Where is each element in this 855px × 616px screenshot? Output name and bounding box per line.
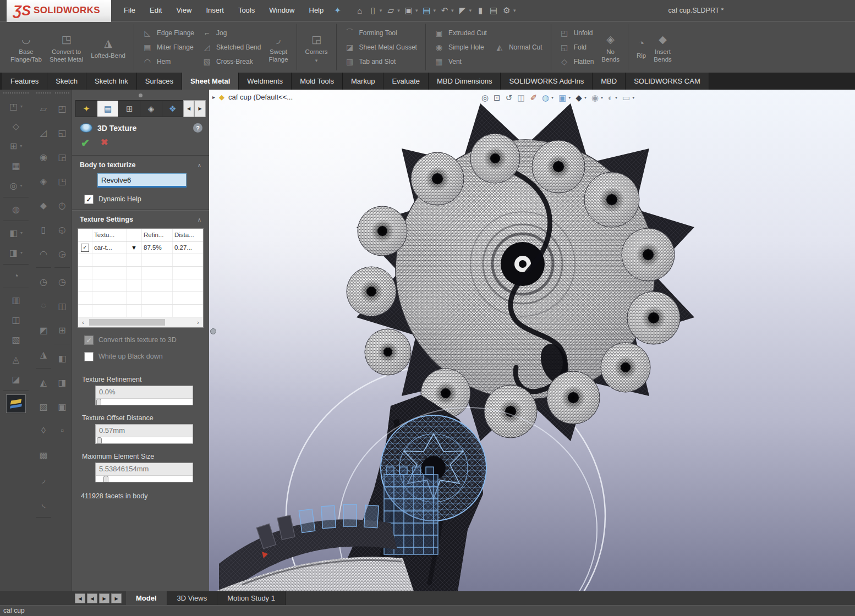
tool-icon[interactable]: ⊞▾ [0, 136, 32, 156]
dropdown-caret-icon[interactable]: ▾ [632, 95, 634, 100]
previous-view-icon[interactable]: ↺ [506, 94, 513, 102]
tool-icon[interactable]: ▧ [0, 329, 32, 349]
graphics-viewport[interactable]: ▸ ◆ caf cup (Default<<... ◎⊡↺◫✐◍▾▣▾◆▾◉▾◐… [209, 90, 855, 591]
table-h-scrollbar[interactable]: ‹› [78, 317, 203, 327]
tab-sketch[interactable]: Sketch [47, 73, 86, 90]
dropdown-caret-icon[interactable]: ▾ [513, 8, 516, 13]
checkbox-unchecked-icon[interactable] [84, 352, 94, 361]
tool-icon[interactable]: ◉ [34, 145, 53, 169]
simple-hole-button[interactable]: ◉Simple Hole [434, 41, 487, 53]
feature-manager-tab[interactable]: ✦ [75, 100, 97, 117]
color-swatch-icon[interactable]: ▼ [131, 244, 137, 251]
tab-evaluate[interactable]: Evaluate [383, 73, 429, 90]
forming-tool-button[interactable]: ⌒Forming Tool [345, 27, 417, 38]
flatten-button[interactable]: ◇Flatten [560, 56, 594, 67]
configuration-manager-tab[interactable]: ⊞ [118, 100, 140, 117]
dropdown-caret-icon[interactable]: ▾ [380, 8, 382, 13]
corners-button[interactable]: ◲Corners▾ [302, 30, 332, 65]
hide-show-icon[interactable]: ◉ [591, 94, 599, 102]
sheet-nav-prev-icon[interactable]: ◀ [75, 593, 85, 603]
sheet-nav-prev-icon[interactable]: ◀ [87, 593, 97, 603]
tool-icon[interactable]: ▩ [34, 443, 53, 467]
tool-icon[interactable]: ▥ [0, 290, 32, 310]
sketched-bend-button[interactable]: ◿Sketched Bend [202, 41, 261, 53]
fold-button[interactable]: ◱Fold [560, 41, 594, 53]
tool-icon[interactable]: ▦ [0, 156, 32, 175]
tab-mbd-dimensions[interactable]: MBD Dimensions [429, 73, 501, 90]
tool-icon[interactable]: ◇ [0, 116, 32, 136]
convert-to-sheet-metal-button[interactable]: ◳Convert to Sheet Metal [46, 30, 87, 65]
menu-help[interactable]: Help [302, 0, 331, 21]
texture-3d-tool-icon[interactable] [6, 394, 26, 413]
texture-refinement-slider[interactable]: 0.0% [95, 386, 193, 405]
tool-icon[interactable]: ◲ [53, 145, 72, 169]
menu-insert[interactable]: Insert [199, 0, 231, 21]
options-gear-icon[interactable]: ⚙ [500, 6, 513, 15]
tool-icon[interactable]: ▣ [53, 394, 72, 419]
tool-icon[interactable]: ◰ [53, 96, 72, 120]
tool-icon[interactable]: ◧▾ [0, 223, 32, 243]
slider-thumb[interactable] [96, 399, 101, 405]
tool-icon[interactable]: ▯ [34, 217, 53, 241]
rebuild-icon[interactable]: ▮ [474, 6, 487, 15]
tool-icon[interactable]: ◴ [53, 193, 72, 217]
bottom-tab-motion-study-1[interactable]: Motion Study 1 [217, 591, 286, 606]
tool-icon[interactable]: ◬ [0, 349, 32, 369]
rip-button[interactable]: ◔Rip [633, 34, 650, 61]
tool-icon[interactable]: ◶ [53, 241, 72, 266]
texture-settings-header[interactable]: Texture Settings ∧ [72, 211, 209, 227]
tab-features[interactable]: Features [2, 73, 47, 90]
panel-grip-handle[interactable] [139, 94, 142, 97]
3d-model-mesh[interactable] [209, 90, 855, 591]
dropdown-caret-icon[interactable]: ▾ [584, 95, 587, 100]
hem-button[interactable]: ◠Hem [142, 56, 194, 67]
tab-mold-tools[interactable]: Mold Tools [292, 73, 343, 90]
insert-bends-button[interactable]: ◆Insert Bends [650, 30, 676, 65]
texture-offset-slider[interactable]: 0.57mm [95, 424, 193, 444]
collapse-chevron-icon[interactable]: ∧ [198, 162, 201, 168]
edge-flange-button[interactable]: ◺Edge Flange [142, 27, 194, 38]
convert-texture-checkbox[interactable]: ✓ Convert this texture to 3D [72, 328, 209, 350]
max-element-size-slider[interactable]: 5.53846154mm [95, 463, 193, 482]
dropdown-caret-icon[interactable]: ▾ [415, 8, 418, 13]
swept-flange-button[interactable]: ◞Swept Flange [265, 30, 292, 65]
dropdown-caret-icon[interactable]: ▾ [20, 104, 23, 109]
slider-thumb[interactable] [97, 437, 102, 444]
panel-splitter-handle[interactable] [210, 328, 216, 334]
tab-solidworks-cam[interactable]: SOLIDWORKS CAM [626, 73, 709, 90]
select-icon[interactable]: ◤ [456, 6, 469, 15]
dynamic-help-checkbox[interactable]: ✓ Dynamic Help [72, 193, 209, 210]
tool-icon[interactable]: ◳ [53, 169, 72, 193]
max-element-size-value[interactable]: 5.53846154mm [96, 463, 193, 476]
extruded-cut-button[interactable]: ▣Extruded Cut [434, 27, 487, 38]
tool-icon[interactable]: ◨ [53, 370, 72, 394]
checkbox-checked-icon[interactable]: ✓ [84, 195, 94, 204]
file-properties-icon[interactable]: ▤ [487, 6, 500, 15]
new-document-icon[interactable]: ▯ [366, 6, 380, 15]
tool-icon[interactable]: ◨▾ [0, 243, 32, 262]
tool-icon[interactable]: ◞ [34, 467, 53, 491]
display-manager-tab[interactable]: ❖ [162, 100, 183, 117]
tool-icon[interactable]: ◳▾ [0, 96, 32, 116]
bottom-tab-model[interactable]: Model [126, 591, 167, 606]
tool-icon[interactable]: ◿ [34, 120, 53, 145]
texture-settings-table[interactable]: Textu...Refin...Dista...✓car-t...▼87.5%0… [78, 228, 204, 328]
lofted-bend-button[interactable]: ◮Lofted-Bend [87, 34, 129, 61]
tool-icon[interactable]: ◮ [34, 342, 53, 366]
tool-icon[interactable]: ◩ [34, 318, 53, 342]
dimxpert-manager-tab[interactable]: ◈ [140, 100, 161, 117]
sheet-metal-gusset-button[interactable]: ◪Sheet Metal Gusset [345, 41, 417, 53]
property-manager-tab[interactable]: ▤ [97, 100, 118, 117]
ok-button[interactable]: ✔ [81, 137, 90, 150]
texture-refinement-value[interactable]: 0.0% [96, 386, 193, 399]
tool-icon[interactable]: ◟ [34, 491, 53, 515]
dropdown-caret-icon[interactable]: ▾ [315, 58, 318, 63]
menu-edit[interactable]: Edit [142, 0, 169, 21]
body-section-header[interactable]: Body to texturize ∧ [72, 156, 209, 173]
dropdown-caret-icon[interactable]: ▾ [20, 144, 22, 148]
bottom-tab-3d-views[interactable]: 3D Views [167, 591, 218, 606]
section-view-icon[interactable]: ◫ [517, 94, 525, 102]
tool-icon[interactable]: ◆ [34, 193, 53, 217]
tool-icon[interactable]: ◔ [0, 266, 32, 286]
tool-icon[interactable]: ◷ [34, 270, 53, 294]
